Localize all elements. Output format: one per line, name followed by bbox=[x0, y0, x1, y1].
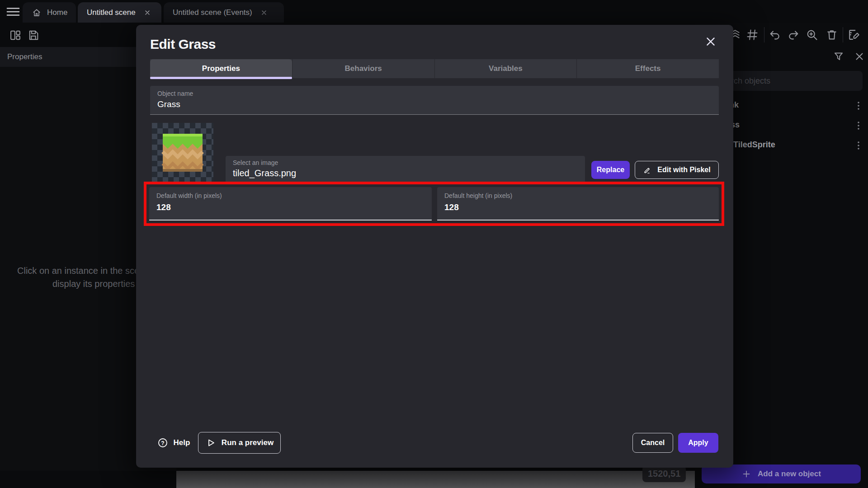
close-tab-icon[interactable] bbox=[144, 9, 151, 16]
object-name-value[interactable]: Grass bbox=[157, 99, 180, 109]
home-icon bbox=[32, 8, 42, 18]
scene-canvas[interactable] bbox=[176, 471, 695, 488]
image-file-label: Select an image bbox=[233, 159, 278, 166]
tab-variables[interactable]: Variables bbox=[434, 59, 577, 78]
filter-icon[interactable] bbox=[833, 51, 844, 62]
default-width-value[interactable]: 128 bbox=[156, 202, 171, 212]
properties-empty-message-line1: Click on an instance in the sce bbox=[17, 266, 139, 276]
pencil-icon bbox=[643, 165, 652, 174]
play-icon bbox=[205, 437, 216, 448]
apply-button[interactable]: Apply bbox=[678, 433, 718, 453]
help-button[interactable]: ? Help bbox=[153, 433, 194, 453]
default-width-label: Default width (in pixels) bbox=[156, 192, 222, 199]
more-options-icon[interactable] bbox=[854, 100, 863, 112]
image-file-value[interactable]: tiled_Grass.png bbox=[233, 168, 296, 178]
default-height-value[interactable]: 128 bbox=[444, 202, 459, 212]
edit-object-dialog: Edit Grass Properties Behaviors Variable… bbox=[136, 25, 733, 468]
edit-scene-properties-icon[interactable] bbox=[847, 28, 860, 41]
tab-home-label: Home bbox=[47, 8, 67, 17]
tab-untitled-scene-events-label: Untitled scene (Events) bbox=[173, 8, 252, 17]
trash-icon[interactable] bbox=[826, 28, 838, 41]
default-width-field[interactable]: Default width (in pixels) 128 bbox=[149, 187, 432, 221]
main-menu-icon[interactable] bbox=[6, 6, 20, 17]
tab-untitled-scene[interactable]: Untitled scene bbox=[78, 2, 161, 23]
object-image-thumbnail[interactable] bbox=[152, 123, 213, 183]
grid-icon[interactable] bbox=[746, 28, 759, 41]
plus-icon bbox=[741, 469, 751, 479]
tab-home[interactable]: Home bbox=[23, 2, 76, 23]
default-height-field[interactable]: Default height (in pixels) 128 bbox=[437, 187, 719, 221]
dialog-tab-bar: Properties Behaviors Variables Effects bbox=[150, 59, 719, 78]
zoom-in-icon[interactable] bbox=[806, 28, 818, 41]
more-options-icon[interactable] bbox=[854, 140, 863, 151]
undo-icon[interactable] bbox=[769, 28, 781, 41]
close-dialog-icon[interactable] bbox=[703, 34, 718, 49]
image-file-field[interactable]: Select an image tiled_Grass.png bbox=[226, 156, 585, 183]
top-bar: Home Untitled scene Untitled scene (Even… bbox=[0, 0, 868, 23]
properties-empty-message-line2: display its properties bbox=[52, 279, 135, 289]
tab-untitled-scene-label: Untitled scene bbox=[87, 8, 136, 17]
more-options-icon[interactable] bbox=[854, 120, 863, 131]
close-tab-icon[interactable] bbox=[260, 9, 268, 16]
cancel-button[interactable]: Cancel bbox=[632, 433, 673, 453]
tab-effects[interactable]: Effects bbox=[576, 59, 719, 78]
layout-panels-icon[interactable] bbox=[9, 29, 22, 42]
object-name-label: Object name bbox=[157, 90, 193, 97]
dialog-title: Edit Grass bbox=[150, 37, 216, 52]
tab-behaviors[interactable]: Behaviors bbox=[292, 59, 434, 78]
svg-text:?: ? bbox=[161, 440, 164, 446]
replace-button[interactable]: Replace bbox=[591, 161, 630, 179]
cursor-coordinates-badge: 1520,51 bbox=[642, 465, 686, 482]
object-name-field[interactable]: Object name Grass bbox=[150, 86, 719, 115]
save-icon[interactable] bbox=[27, 29, 40, 42]
help-icon: ? bbox=[157, 437, 168, 448]
redo-icon[interactable] bbox=[787, 28, 800, 41]
edit-with-piskel-button[interactable]: Edit with Piskel bbox=[635, 161, 719, 179]
tab-untitled-scene-events[interactable]: Untitled scene (Events) bbox=[164, 2, 284, 23]
default-height-label: Default height (in pixels) bbox=[444, 192, 512, 199]
close-panel-icon[interactable] bbox=[854, 51, 865, 62]
add-new-object-label: Add a new object bbox=[758, 469, 821, 479]
tab-properties[interactable]: Properties bbox=[150, 59, 292, 78]
run-preview-button[interactable]: Run a preview bbox=[198, 432, 281, 454]
